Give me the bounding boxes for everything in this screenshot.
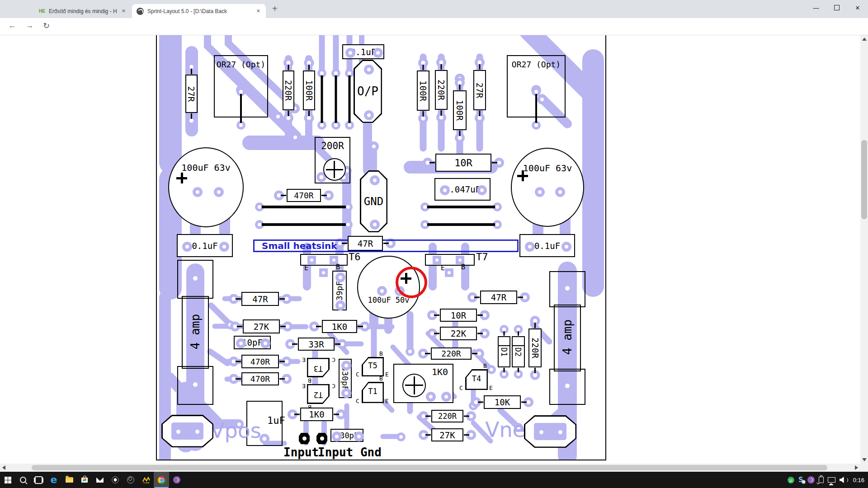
taskbar-edge-button[interactable]: e xyxy=(46,472,61,488)
pin-label-e: E xyxy=(302,357,306,363)
forward-icon[interactable]: → xyxy=(25,21,33,30)
pin-label-e: E xyxy=(489,385,493,391)
pcb-rh-220r: 220R xyxy=(431,410,463,422)
browser-titlebar[interactable]: HE Erősítő mindig és mindig - Hobb ✕ Spr… xyxy=(0,0,868,18)
pcb-box-0-047uf: 0.047uF xyxy=(434,178,491,201)
tab-sprint-layout-pdf[interactable]: Sprint-Layout 5.0 - [D:\Data Back ✕ xyxy=(132,4,266,18)
horizontal-scrollbar[interactable] xyxy=(0,464,860,472)
pad-hole xyxy=(558,430,562,434)
task-view-button[interactable] xyxy=(31,472,46,488)
vertical-scroll-thumb[interactable] xyxy=(861,140,867,219)
taskbar-mail-button[interactable] xyxy=(92,472,108,488)
window-close-button[interactable]: ✕ xyxy=(847,0,868,15)
taskbar-chrome-button[interactable] xyxy=(154,472,169,488)
trimmer-rotor xyxy=(402,374,426,397)
horizontal-scroll-thumb[interactable] xyxy=(32,465,827,470)
scroll-right-arrow-icon[interactable] xyxy=(855,465,858,470)
pcb-box-or27-opt: OR27 (Opt) xyxy=(507,55,566,117)
pcb-dv-d2: D2 xyxy=(512,336,525,367)
taskbar-viber-button[interactable] xyxy=(169,472,184,488)
pcb-rh-47r: 47R xyxy=(241,292,279,306)
pin-label-b: B xyxy=(483,362,487,369)
pdf-viewport[interactable]: 27ROR27 (Opt)220R100R0.1uFO/P100R220R100… xyxy=(0,35,868,472)
viber-tray-icon[interactable] xyxy=(807,476,815,483)
network-tray-icon[interactable] xyxy=(828,477,835,483)
pcb-label-vpos: Vpos xyxy=(210,418,261,443)
taskbar-afterburner-button[interactable] xyxy=(138,472,154,488)
tab2-close-icon[interactable]: ✕ xyxy=(255,8,261,14)
taskbar-search-button[interactable] xyxy=(15,472,31,488)
pcb-trans-t4: T4BCE xyxy=(465,369,488,390)
pcb-fuse-4-amp: 4 amp xyxy=(549,271,585,403)
pcb-trim-200r: 200R xyxy=(315,137,350,183)
tab1-close-icon[interactable]: ✕ xyxy=(121,8,127,14)
afterburner-zigzag-icon xyxy=(142,477,151,483)
search-icon xyxy=(20,477,26,483)
volume-tray-icon[interactable] xyxy=(840,477,848,483)
pcb-rh-47r: 47R xyxy=(480,291,517,304)
pcb-label-t6: T6 xyxy=(349,251,361,263)
start-button[interactable] xyxy=(0,472,15,488)
tab-hobbielektronika[interactable]: HE Erősítő mindig és mindig - Hobb ✕ xyxy=(34,4,131,18)
window-restore-button[interactable] xyxy=(826,0,847,15)
pad xyxy=(426,392,436,402)
utorrent-tray-icon[interactable]: µ xyxy=(788,477,794,483)
pad xyxy=(370,175,380,185)
task-view-icon xyxy=(35,476,42,484)
obs-app-icon xyxy=(127,476,134,483)
tab1-title: Erősítő mindig és mindig - Hobb xyxy=(49,8,117,14)
plus-mark xyxy=(176,173,187,183)
pcb-rh-1k0: 1K0 xyxy=(300,408,333,421)
pad xyxy=(236,338,246,348)
taskbar-obs-button[interactable] xyxy=(123,472,138,488)
pin-label-b: B xyxy=(379,375,383,382)
pcb-trans-t2: T2BCE xyxy=(307,384,330,404)
pcb-small-heatsink: Small heatsink xyxy=(253,239,519,252)
pcb-rh-470r: 470R xyxy=(241,355,279,368)
pad xyxy=(364,65,374,75)
pcb-boxv-330pf: 330pF xyxy=(339,359,352,398)
tab2-title: Sprint-Layout 5.0 - [D:\Data Back xyxy=(147,8,252,14)
skype-tray-icon[interactable]: S xyxy=(798,476,803,484)
pcb-trim2-1k0: 1K0 xyxy=(393,364,453,403)
pad-hole xyxy=(320,436,324,441)
pad xyxy=(441,392,451,402)
taskbar-shield-app-button[interactable] xyxy=(108,472,123,488)
pad xyxy=(341,361,351,371)
windows-logo-icon xyxy=(5,477,11,483)
reload-icon[interactable]: ↻ xyxy=(43,21,50,31)
windows-taskbar[interactable]: e µ S 0:16 xyxy=(0,472,868,488)
pcb-rh-47r: 47R xyxy=(348,236,383,251)
pcb-rh-470r: 470R xyxy=(287,189,321,202)
scroll-up-arrow-icon[interactable] xyxy=(862,38,867,41)
usb-tray-icon[interactable] xyxy=(819,477,824,483)
pcb-box-10pf: 10pF xyxy=(234,336,271,349)
pad xyxy=(214,187,224,197)
pcb-poweroct-x xyxy=(524,415,576,448)
pcb-rh-1k0: 1K0 xyxy=(322,320,357,333)
pad-hole xyxy=(195,430,199,434)
pin-label-c: C xyxy=(356,398,359,404)
octagon-fill xyxy=(163,416,212,446)
pad-hole xyxy=(176,430,180,434)
window-minimize-button[interactable]: — xyxy=(806,0,826,15)
taskbar-file-explorer-button[interactable] xyxy=(61,472,77,488)
pad xyxy=(364,110,374,120)
new-tab-button[interactable]: + xyxy=(272,4,278,14)
scroll-left-arrow-icon[interactable] xyxy=(2,465,5,470)
scroll-down-arrow-icon[interactable] xyxy=(862,458,867,461)
taskbar-store-button[interactable] xyxy=(77,472,92,488)
taskbar-clock[interactable]: 0:16 xyxy=(853,477,864,483)
pcb-trans-t1: T1BCE xyxy=(362,382,384,403)
fuse-clip xyxy=(177,260,213,299)
pcb-rh-22k: 22K xyxy=(440,327,477,340)
vertical-scrollbar[interactable] xyxy=(860,35,868,464)
pcb-label-e: E xyxy=(441,264,445,272)
pcb-trans-t3: T3BCE xyxy=(307,358,330,377)
back-icon[interactable]: ← xyxy=(8,21,16,30)
pad xyxy=(319,268,328,277)
octagon-fill xyxy=(525,417,576,447)
pad-hole xyxy=(539,430,543,434)
pcb-rv-220r: 220R xyxy=(283,70,294,110)
pcb-transistor-pads xyxy=(425,254,475,266)
